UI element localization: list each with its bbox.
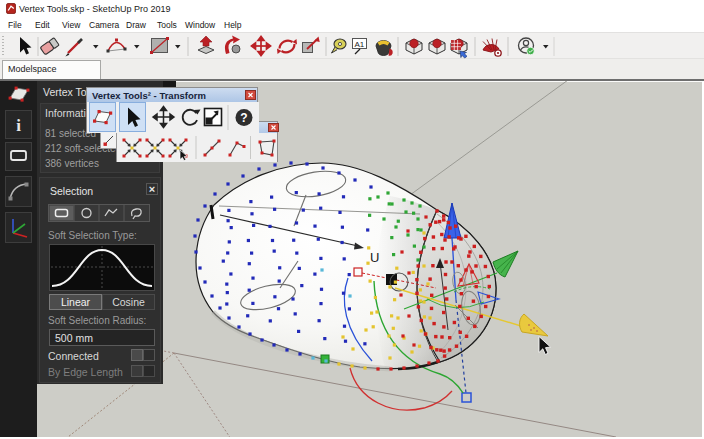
svg-text:i: i: [16, 116, 21, 135]
svg-text:A1: A1: [355, 40, 365, 49]
svg-text:?: ?: [240, 111, 247, 125]
svg-text:U: U: [370, 250, 379, 265]
